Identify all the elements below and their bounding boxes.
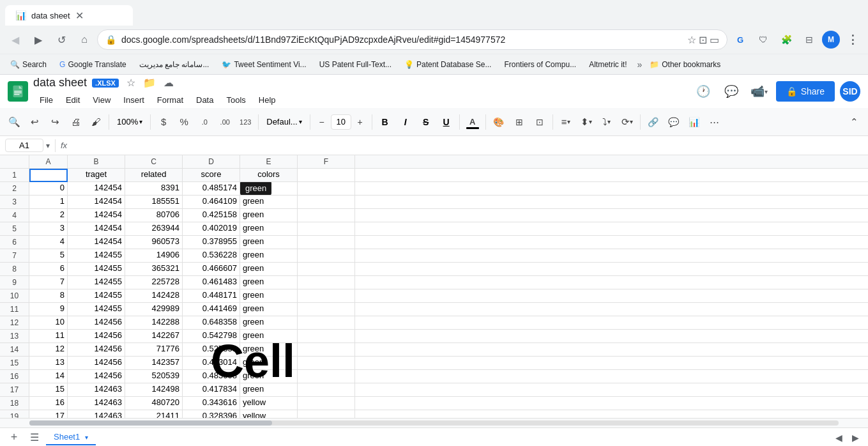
cell-f4[interactable] [298,209,355,222]
version-history-btn[interactable]: 🕐 [692,80,715,103]
row-header-2[interactable]: 2 [0,182,29,196]
cell-a2[interactable]: 0 [29,182,68,196]
extension-window-btn[interactable]: ⊟ [799,29,819,50]
menu-edit[interactable]: Edit [59,91,86,109]
cell-a17[interactable]: 15 [29,383,68,397]
cell-d8[interactable]: 0.466607 [183,263,240,276]
cell-c11[interactable]: 429989 [125,303,183,316]
menu-view[interactable]: View [86,91,117,109]
col-header-e[interactable]: E [240,155,298,169]
zoom-dropdown[interactable]: 100% ▾ [113,116,146,128]
bookmark-patent-db[interactable]: 💡 Patent Database Se... [399,58,496,72]
cell-b18[interactable]: 142463 [68,397,125,410]
cell-b6[interactable]: 142454 [68,236,125,249]
redo-btn[interactable]: ↪ [46,113,64,131]
col-header-d[interactable]: D [183,155,240,169]
cell-e17[interactable]: green [240,383,298,397]
cell-b10[interactable]: 142455 [68,289,125,303]
add-sheet-btn[interactable]: + [5,429,23,447]
cell-e12[interactable]: green [240,316,298,330]
bookmark-persian[interactable]: سامانه جامع مدیریت... [134,58,215,72]
forward-button[interactable]: ▶ [28,29,49,50]
cell-c6[interactable]: 960573 [125,236,183,249]
address-bar[interactable]: 🔒 docs.google.com/spreadsheets/d/11Bnd97… [97,29,727,50]
sheet-tab-sheet1[interactable]: Sheet1 ▾ [46,429,96,445]
cell-a9[interactable]: 7 [29,276,68,289]
cell-a15[interactable]: 13 [29,357,68,370]
comment-btn[interactable]: 💬 [720,80,743,103]
refresh-button[interactable]: ↺ [51,29,72,50]
cell-c5[interactable]: 263944 [125,222,183,236]
cell-d7[interactable]: 0.536228 [183,249,240,263]
all-sheets-btn[interactable]: ☰ [26,429,43,447]
cell-c7[interactable]: 14906 [125,249,183,263]
borders-btn[interactable]: ⊞ [510,113,528,131]
cell-c19[interactable]: 21411 [125,410,183,418]
cell-e14[interactable]: green [240,343,298,357]
text-rotate-btn[interactable]: ⟳ ▾ [618,113,636,131]
decimal-increase-btn[interactable]: .00 [216,113,234,131]
cell-b14[interactable]: 142456 [68,343,125,357]
user-avatar[interactable]: SID [840,81,860,102]
cell-a14[interactable]: 12 [29,343,68,357]
col-header-f[interactable]: F [298,155,355,169]
cell-d16[interactable]: 0.483008 [183,370,240,383]
cell-ref-dropdown-btn[interactable]: ▾ [46,141,50,150]
move-to-drive-icon[interactable]: 📁 [141,74,158,91]
cell-c16[interactable]: 520539 [125,370,183,383]
cell-e13[interactable]: green [240,330,298,343]
format-type-btn[interactable]: 123 [236,113,254,131]
cell-a5[interactable]: 3 [29,222,68,236]
cell-e2[interactable]: green [240,182,298,196]
cast-icon[interactable]: ▭ [710,34,719,46]
col-header-a[interactable]: A [29,155,68,169]
extension-puzzle-btn[interactable]: 🧩 [776,29,796,50]
insert-comment-btn[interactable]: 💬 [665,113,683,131]
bookmark-patent[interactable]: US Patent Full-Text... [314,58,397,72]
bookmark-other[interactable]: 📁 Other bookmarks [644,58,726,72]
vertical-align-btn[interactable]: ⬍ ▾ [577,113,595,131]
cell-c13[interactable]: 142267 [125,330,183,343]
cell-d4[interactable]: 0.425158 [183,209,240,222]
cell-f1[interactable] [298,169,355,182]
fill-color-btn[interactable]: 🎨 [490,113,508,131]
font-size-input[interactable] [331,114,351,130]
insert-chart-btn[interactable]: 📊 [685,113,703,131]
cell-c10[interactable]: 142428 [125,289,183,303]
search-toolbar-btn[interactable]: 🔍 [5,113,23,131]
cell-a8[interactable]: 6 [29,263,68,276]
text-color-btn[interactable]: A [464,113,482,131]
cell-d11[interactable]: 0.441469 [183,303,240,316]
sheet-tab-dropdown-icon[interactable]: ▾ [85,434,88,441]
cell-d3[interactable]: 0.464109 [183,196,240,209]
cell-f16[interactable] [298,370,355,383]
cell-f2[interactable] [298,182,355,196]
cell-a19[interactable]: 17 [29,410,68,418]
cell-e4[interactable]: green [240,209,298,222]
row-header-1[interactable]: 1 [0,169,29,182]
row-header-7[interactable]: 7 [0,249,29,263]
cell-d6[interactable]: 0.378955 [183,236,240,249]
cell-b9[interactable]: 142455 [68,276,125,289]
hscroll-thumb[interactable] [29,420,272,426]
back-button[interactable]: ◀ [5,29,26,50]
cell-e9[interactable]: green [240,276,298,289]
cell-b15[interactable]: 142456 [68,357,125,370]
text-wrap-btn[interactable]: ⤵ ▾ [598,113,616,131]
bookmark-tweet[interactable]: 🐦 Tweet Sentiment Vi... [217,58,311,72]
cell-b2[interactable]: 142454 [68,182,125,196]
more-bookmarks-btn[interactable]: » [637,59,642,70]
cell-a6[interactable]: 4 [29,236,68,249]
horizontal-scrollbar[interactable] [0,418,868,427]
bold-btn[interactable]: B [376,113,394,131]
cell-b16[interactable]: 142456 [68,370,125,383]
menu-tools[interactable]: Tools [220,91,252,109]
cell-b5[interactable]: 142454 [68,222,125,236]
row-header-13[interactable]: 13 [0,330,29,343]
bookmark-altmetric[interactable]: Altmetric it! [584,58,632,72]
cell-f7[interactable] [298,249,355,263]
cell-d2[interactable]: 0.485174 [183,182,240,196]
row-header-6[interactable]: 6 [0,236,29,249]
italic-btn[interactable]: I [397,113,415,131]
user-profile-icon[interactable]: M [822,31,840,49]
